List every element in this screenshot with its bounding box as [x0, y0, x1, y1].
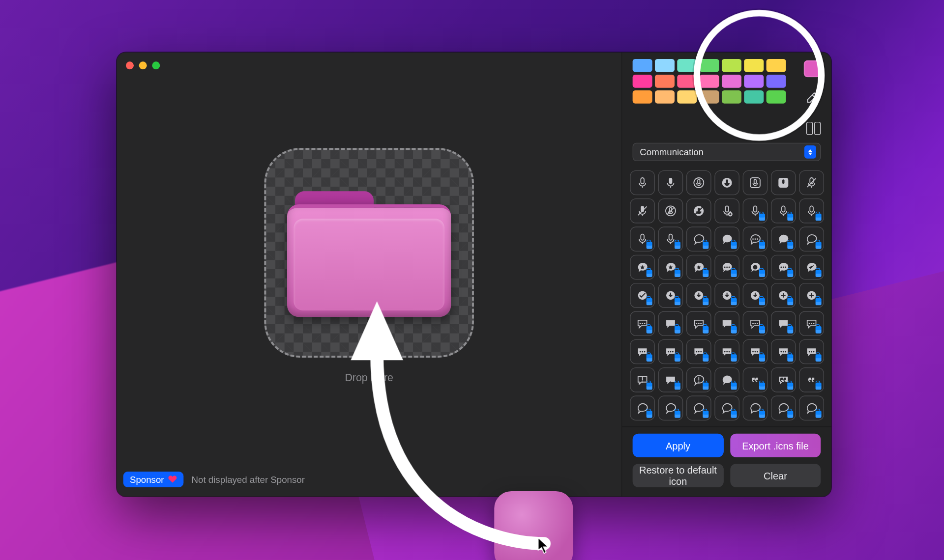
minimize-window-button[interactable]: [139, 61, 147, 69]
export-button[interactable]: Export .icns file: [730, 434, 821, 457]
symbol-bubble-locked-3[interactable]: [743, 226, 768, 252]
symbol-rbubble-dots-5[interactable]: [771, 255, 796, 280]
symbol-mic-circle-slash[interactable]: [658, 198, 683, 224]
symbol-mic-circle-outline[interactable]: [686, 170, 711, 196]
symbol-sqbubble-6[interactable]: [799, 311, 824, 336]
symbol-mic-square-outline[interactable]: [743, 170, 768, 196]
sponsor-button[interactable]: Sponsor: [123, 472, 184, 487]
symbol-circ-plus-6[interactable]: [799, 283, 824, 308]
color-swatch-1[interactable]: [655, 59, 675, 72]
symbol-circ-arrow-3[interactable]: [714, 283, 739, 308]
color-swatch-5[interactable]: [744, 59, 764, 72]
symbol-sqbubble-3[interactable]: [714, 311, 739, 336]
symbol-mic-outline[interactable]: [630, 170, 655, 196]
restore-button[interactable]: Restore to default icon: [633, 464, 724, 487]
color-swatch-12[interactable]: [744, 75, 764, 88]
symbol-sqbubble2-2[interactable]: [686, 339, 711, 364]
color-swatch-10[interactable]: [700, 75, 719, 88]
symbol-rbubble-check-6[interactable]: [799, 255, 824, 280]
icon-dropzone[interactable]: [264, 148, 474, 358]
symbol-sqbubble2-5[interactable]: [771, 339, 796, 364]
symbol-grid-scroll[interactable]: [622, 168, 831, 426]
symbol-sqbubble-1[interactable]: [658, 311, 683, 336]
color-swatch-2[interactable]: [677, 59, 697, 72]
symbol-bubble-locked-2[interactable]: [714, 226, 739, 252]
symbol-extra-5[interactable]: [771, 395, 796, 420]
symbol-category-select[interactable]: Communication: [633, 143, 821, 161]
symbol-sqbubble2-1[interactable]: [658, 339, 683, 364]
current-color-swatch[interactable]: [804, 60, 821, 78]
symbol-sqbubble-5[interactable]: [771, 311, 796, 336]
symbol-circ-arrow-1[interactable]: [658, 283, 683, 308]
color-swatch-20[interactable]: [767, 90, 786, 104]
symbol-mic-locked-1[interactable]: [743, 198, 768, 224]
symbol-mic-locked-2[interactable]: [771, 198, 796, 224]
symbol-circ-check-0[interactable]: [630, 283, 655, 308]
symbol-sqbubble2-0[interactable]: [630, 339, 655, 364]
zoom-window-button[interactable]: [152, 61, 160, 69]
symbol-mic-locked-3[interactable]: [799, 198, 824, 224]
eyedropper-button[interactable]: [805, 90, 821, 109]
color-swatch-18[interactable]: [722, 90, 741, 104]
symbol-circ-arrow-4[interactable]: [743, 283, 768, 308]
symbol-rbubble-star-2[interactable]: [686, 255, 711, 280]
color-swatch-19[interactable]: [744, 90, 764, 104]
symbol-mic-square-fill[interactable]: [771, 170, 796, 196]
color-swatch-4[interactable]: [722, 59, 741, 72]
symbol-quote-excl-0[interactable]: [630, 367, 655, 392]
symbol-extra-3[interactable]: [714, 395, 739, 420]
dock-app-icon[interactable]: [494, 491, 573, 560]
symbol-sqbubble-0[interactable]: [630, 311, 655, 336]
symbol-quote-quote-6[interactable]: [799, 367, 824, 392]
color-swatch-14[interactable]: [633, 90, 652, 104]
symbol-mic-circle-slash-fill[interactable]: [686, 198, 711, 224]
symbol-extra-6[interactable]: [799, 395, 824, 420]
symbol-mic-slash-outline[interactable]: [799, 170, 824, 196]
symbol-mic-locked-5[interactable]: [658, 226, 683, 252]
symbol-mic-badge-plus[interactable]: [714, 198, 739, 224]
color-swatch-13[interactable]: [767, 75, 786, 88]
symbol-circ-arrow-2[interactable]: [686, 283, 711, 308]
symbol-sqbubble-4[interactable]: [743, 311, 768, 336]
symbol-quote-rexcl-3[interactable]: [714, 367, 739, 392]
symbol-rbubble-dots-3[interactable]: [714, 255, 739, 280]
color-swatch-3[interactable]: [700, 59, 719, 72]
symbol-sqbubble2-4[interactable]: [743, 339, 768, 364]
symbol-rbubble-star-0[interactable]: [630, 255, 655, 280]
color-swatch-11[interactable]: [722, 75, 741, 88]
symbol-rbubble-star-1[interactable]: [658, 255, 683, 280]
color-swatch-7[interactable]: [633, 75, 652, 88]
symbol-extra-0[interactable]: [630, 395, 655, 420]
symbol-mic-circle-fill[interactable]: [714, 170, 739, 196]
apply-button[interactable]: Apply: [633, 434, 724, 457]
symbol-circ-plus-5[interactable]: [771, 283, 796, 308]
color-swatch-16[interactable]: [677, 90, 697, 104]
color-swatch-9[interactable]: [677, 75, 697, 88]
symbol-mic-slash-fill[interactable]: [630, 198, 655, 224]
symbol-quote-quote-5[interactable]: [771, 367, 796, 392]
color-swatch-8[interactable]: [655, 75, 675, 88]
symbol-sqbubble2-6[interactable]: [799, 339, 824, 364]
symbol-rbubble-smile-4[interactable]: [743, 255, 768, 280]
color-swatch-15[interactable]: [655, 90, 675, 104]
symbol-extra-4[interactable]: [743, 395, 768, 420]
symbol-bubble-locked-5[interactable]: [799, 226, 824, 252]
color-swatch-6[interactable]: [767, 59, 786, 72]
symbol-bubble-locked-1[interactable]: [686, 226, 711, 252]
layout-toggle[interactable]: [806, 122, 821, 135]
clear-button[interactable]: Clear: [730, 464, 821, 487]
color-swatch-0[interactable]: [633, 59, 652, 72]
symbol-mic-fill[interactable]: [658, 170, 683, 196]
symbol-bubble-locked-4[interactable]: [771, 226, 796, 252]
symbol-extra-1[interactable]: [658, 395, 683, 420]
symbol-mic-locked-4[interactable]: [630, 226, 655, 252]
symbol-quote-excl-1[interactable]: [658, 367, 683, 392]
close-window-button[interactable]: [126, 61, 134, 69]
color-swatch-17[interactable]: [700, 90, 719, 104]
symbol-sqbubble-2[interactable]: [686, 311, 711, 336]
symbol-quote-rexcl-2[interactable]: [686, 367, 711, 392]
symbol-extra-2[interactable]: [686, 395, 711, 420]
symbol-sqbubble2-3[interactable]: [714, 339, 739, 364]
svg-rect-24: [754, 206, 757, 212]
symbol-quote-quote-4[interactable]: [743, 367, 768, 392]
